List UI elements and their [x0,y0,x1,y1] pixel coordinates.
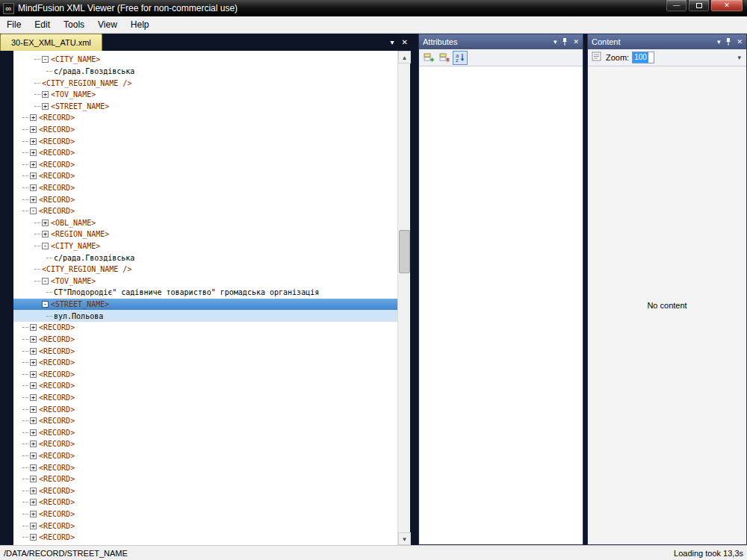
expand-icon[interactable]: + [42,91,49,98]
scroll-down-icon[interactable]: ▼ [398,532,411,545]
tree-row[interactable]: +<RECORD> [13,427,397,439]
collapse-icon[interactable]: - [42,278,49,284]
expand-icon[interactable]: + [30,452,37,459]
document-tab[interactable]: 30-EX_XML_ATU.xml [0,34,102,51]
sort-attributes-button[interactable]: a z [453,51,468,65]
tree-row[interactable]: +<TOV_NAME> [13,89,397,101]
tree-row[interactable]: +<RECORD> [13,345,397,357]
scroll-up-icon[interactable]: ▲ [398,51,411,63]
tree-row[interactable]: +<RECORD> [13,473,397,485]
expand-icon[interactable]: + [30,149,37,156]
expand-icon[interactable]: + [30,184,37,191]
expand-icon[interactable]: + [30,161,37,168]
expand-icon[interactable]: + [30,441,37,447]
close-button[interactable]: ✕ [710,0,743,12]
tree-row[interactable]: +<RECORD> [13,112,397,124]
expand-icon[interactable]: + [30,429,37,436]
tree-row[interactable]: +<RECORD> [13,124,397,136]
tree-row[interactable]: с/рада.Гвоздівська [13,66,397,78]
expand-icon[interactable]: + [30,126,37,133]
menu-tools[interactable]: Tools [57,16,91,33]
expand-icon[interactable]: + [30,359,37,366]
expand-icon[interactable]: + [42,231,49,237]
expand-icon[interactable]: + [30,371,37,378]
expand-icon[interactable]: + [30,382,37,389]
content-close-icon[interactable]: ✕ [737,38,743,46]
content-menu-chevron-icon[interactable]: ▾ [717,38,721,46]
tree-row[interactable]: +<OBL_NAME> [13,217,397,229]
expand-icon[interactable]: + [30,406,37,413]
tree-row[interactable]: +<RECORD> [13,392,397,404]
expand-icon[interactable]: + [30,464,37,471]
tree-row[interactable]: +<RECORD> [13,532,397,544]
content-mode-icon[interactable] [592,51,601,64]
vertical-scrollbar[interactable]: ▲ ▼ [397,51,410,545]
tree-row[interactable]: +<STREET_NAME> [13,100,397,112]
content-pin-icon[interactable] [725,38,731,46]
tree-row[interactable]: +<RECORD> [13,450,397,462]
menu-view[interactable]: View [91,16,124,33]
tree-row[interactable]: +<REGION_NAME> [13,228,397,240]
expand-icon[interactable]: + [30,172,37,179]
tree-row[interactable]: +<RECORD> [13,520,397,532]
expand-icon[interactable]: + [30,348,37,355]
minimize-button[interactable]: — [666,0,687,12]
tree-row[interactable]: +<RECORD> [13,147,397,159]
tree-row[interactable]: СТ"Плодородіє" садівниче товариство" гро… [13,287,397,299]
collapse-icon[interactable]: - [42,243,49,249]
tree-row[interactable]: +<RECORD> [13,193,397,205]
tree-row[interactable]: -<TOV_NAME> [13,276,397,287]
tree-row[interactable]: +<RECORD> [13,497,397,508]
tree-row[interactable]: <CITY_REGION_NAME /> [13,264,397,276]
tab-list-dropdown-icon[interactable]: ▾ [391,38,394,46]
tab-close-icon[interactable]: ✕ [402,38,408,46]
collapse-icon[interactable]: - [42,56,49,63]
tree-row[interactable]: -<STREET_NAME> [13,299,397,311]
tree-row[interactable]: -<RECORD> [13,205,397,217]
expand-icon[interactable]: + [30,488,37,494]
expand-icon[interactable]: + [30,394,37,401]
tree-row[interactable]: +<RECORD> [13,182,397,194]
tree-row[interactable]: +<RECORD> [13,380,397,392]
expand-icon[interactable]: + [30,196,37,203]
expand-icon[interactable]: + [30,114,37,121]
expand-icon[interactable]: + [30,499,37,505]
tree-row[interactable]: +<RECORD> [13,170,397,182]
tree-row[interactable]: +<RECORD> [13,334,397,346]
menu-help[interactable]: Help [124,16,156,33]
tree-row[interactable]: +<RECORD> [13,357,397,369]
attributes-menu-chevron-icon[interactable]: ▾ [554,38,557,46]
expand-icon[interactable]: + [30,336,37,343]
attributes-close-icon[interactable]: ✕ [573,38,579,46]
tree-row[interactable]: +<RECORD> [13,415,397,427]
add-special-attribute-button[interactable] [437,51,452,65]
tree-row[interactable]: +<RECORD> [13,135,397,147]
expand-icon[interactable]: + [42,220,49,226]
attributes-pin-icon[interactable] [562,38,568,46]
tree-row[interactable]: +<RECORD> [13,438,397,450]
tree-row[interactable]: <CITY_REGION_NAME /> [13,77,397,89]
tree-row[interactable]: +<RECORD> [13,403,397,415]
menu-file[interactable]: File [0,16,28,33]
maximize-button[interactable] [688,0,710,12]
tree-row[interactable]: +<RECORD> [13,322,397,334]
expand-icon[interactable]: + [30,534,37,541]
expand-icon[interactable]: + [30,138,37,145]
scroll-thumb[interactable] [399,230,410,273]
tree-row[interactable]: +<RECORD> [13,158,397,170]
expand-icon[interactable]: + [42,103,49,110]
tree-row[interactable]: +<RECORD> [13,368,397,380]
tree-row[interactable]: +<RECORD> [13,485,397,497]
expand-icon[interactable]: + [30,417,37,424]
tree-row[interactable]: с/рада.Гвоздівська [13,252,397,264]
tree-row[interactable]: -<CITY_NAME> [13,54,397,66]
zoom-dropdown-icon[interactable]: ▾ [737,54,741,61]
tree-row[interactable]: -<CITY_NAME> [13,240,397,252]
tree-row[interactable]: +<RECORD> [13,508,397,520]
menu-edit[interactable]: Edit [28,16,57,33]
expand-icon[interactable]: + [30,511,37,517]
collapse-icon[interactable]: - [30,208,37,214]
tree-row[interactable]: +<RECORD> [13,461,397,473]
expand-icon[interactable]: + [30,324,37,331]
expand-icon[interactable]: + [30,523,37,529]
